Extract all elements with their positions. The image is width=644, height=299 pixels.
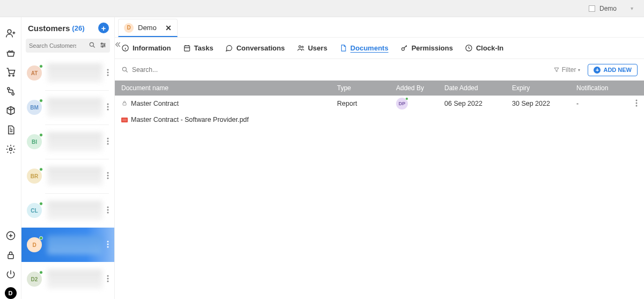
customer-list-item[interactable]: AT (21, 56, 114, 90)
close-tab-icon[interactable]: ✕ (165, 24, 172, 32)
nav-documents[interactable] (0, 120, 21, 140)
documents-search-input[interactable] (132, 66, 239, 74)
add-new-button[interactable]: + ADD NEW (588, 64, 638, 76)
collapse-panel-icon[interactable] (113, 40, 122, 50)
svg-point-36 (302, 46, 303, 48)
info-icon (121, 44, 129, 52)
customer-more-icon[interactable] (105, 273, 111, 286)
subtab-label: Tasks (194, 44, 214, 52)
customer-name-redacted (47, 98, 103, 117)
svg-rect-40 (123, 103, 126, 105)
svg-point-25 (107, 209, 109, 210)
th-type: Type (337, 84, 396, 92)
nav-settings[interactable] (0, 140, 21, 159)
svg-point-16 (107, 106, 109, 107)
account-switcher[interactable]: Demo ▾ (584, 3, 638, 14)
nav-orders[interactable] (0, 62, 21, 82)
nav-products[interactable] (0, 101, 21, 120)
customer-more-icon[interactable] (105, 101, 111, 114)
customer-subtabs: InformationTasksConversationsUsersDocume… (115, 38, 644, 59)
customer-more-icon[interactable] (105, 170, 111, 183)
subtab-users[interactable]: Users (297, 44, 327, 52)
subtab-label: Clock-In (476, 44, 503, 52)
document-row[interactable]: Master Contract Report DP 06 Sep 2022 30… (115, 96, 644, 112)
customer-list-panel: Customers (26) + AT BM BI BR (21, 17, 115, 299)
customer-search-input[interactable] (29, 42, 76, 49)
customer-list-item[interactable]: BI (21, 125, 114, 159)
document-name: Master Contract (131, 100, 179, 107)
document-date-added: 06 Sep 2022 (444, 100, 512, 107)
subtab-permissions[interactable]: Permissions (400, 44, 453, 52)
customer-more-icon[interactable] (105, 135, 111, 149)
svg-point-14 (107, 74, 109, 76)
svg-point-30 (107, 275, 109, 276)
subtab-tasks[interactable]: Tasks (183, 44, 214, 52)
subtab-label: Conversations (236, 44, 284, 52)
svg-point-35 (298, 46, 301, 48)
customer-list-title: Customers (28, 24, 70, 33)
search-icon[interactable] (89, 41, 96, 50)
nav-lock[interactable] (0, 245, 21, 265)
th-notification: Notification (576, 84, 630, 92)
customer-list-item[interactable]: BM (21, 90, 114, 125)
add-customer-button[interactable]: + (98, 23, 109, 33)
customer-list-item[interactable]: D (21, 228, 114, 262)
documents-search[interactable] (121, 66, 239, 74)
add-new-label: ADD NEW (603, 67, 632, 73)
customer-search[interactable] (26, 39, 110, 53)
customer-list-item[interactable]: BR (21, 159, 114, 193)
svg-point-22 (107, 174, 109, 176)
svg-rect-7 (8, 254, 13, 259)
document-notification: - (576, 100, 630, 107)
chevron-down-icon: ▾ (631, 5, 633, 11)
customer-avatar: D2 (27, 272, 42, 287)
th-expiry: Expiry (512, 84, 576, 92)
row-more-icon[interactable] (635, 99, 638, 108)
customer-tab-demo[interactable]: D Demo ✕ (118, 19, 178, 37)
document-attachment-row[interactable]: Master Contract - Software Provider.pdf (115, 112, 644, 128)
customer-avatar: BM (27, 100, 42, 115)
svg-point-0 (8, 30, 11, 33)
customer-count: (26) (72, 24, 84, 32)
svg-point-11 (102, 46, 103, 47)
subtab-information[interactable]: Information (121, 44, 171, 52)
nav-invite-user[interactable] (0, 24, 21, 43)
customer-more-icon[interactable] (105, 238, 111, 252)
svg-point-39 (122, 67, 126, 71)
customer-list-item[interactable]: CL (21, 193, 114, 228)
plus-icon: + (594, 67, 601, 74)
customer-name-redacted (47, 63, 103, 83)
customer-list-item[interactable]: D2 (21, 262, 114, 296)
svg-point-13 (107, 71, 109, 73)
customer-avatar: BI (27, 134, 42, 149)
svg-point-20 (107, 143, 109, 144)
nav-customers[interactable] (0, 43, 21, 62)
nav-add[interactable] (0, 226, 21, 245)
subtab-clockin[interactable]: Clock-In (465, 44, 503, 52)
svg-point-17 (107, 108, 109, 110)
nav-workflows[interactable] (0, 82, 21, 101)
calendar-icon (183, 44, 191, 52)
svg-point-27 (107, 240, 109, 242)
customer-more-icon[interactable] (105, 67, 111, 80)
customer-avatar: BR (27, 169, 42, 184)
nav-profile-avatar[interactable]: D (5, 287, 17, 299)
tab-avatar: D (124, 23, 134, 33)
nav-rail: D (0, 17, 21, 299)
documents-table-header: Document name Type Added By Date Added E… (115, 81, 644, 96)
filter-button[interactable]: Filter ▾ (553, 66, 581, 74)
document-expiry: 30 Sep 2022 (512, 100, 576, 107)
chevron-down-icon: ▾ (578, 68, 580, 72)
svg-point-2 (12, 75, 14, 76)
subtab-documents[interactable]: Documents (339, 44, 389, 52)
subtab-conversations[interactable]: Conversations (225, 44, 284, 52)
svg-point-21 (107, 172, 109, 173)
filter-adjust-icon[interactable] (99, 41, 107, 50)
added-by-avatar: DP (396, 98, 408, 110)
nav-power[interactable] (0, 265, 21, 284)
documents-toolbar: Filter ▾ + ADD NEW (115, 59, 644, 81)
file-icon (339, 44, 347, 52)
customer-more-icon[interactable] (105, 204, 111, 217)
th-date: Date Added (444, 84, 512, 92)
svg-point-41 (636, 99, 638, 101)
